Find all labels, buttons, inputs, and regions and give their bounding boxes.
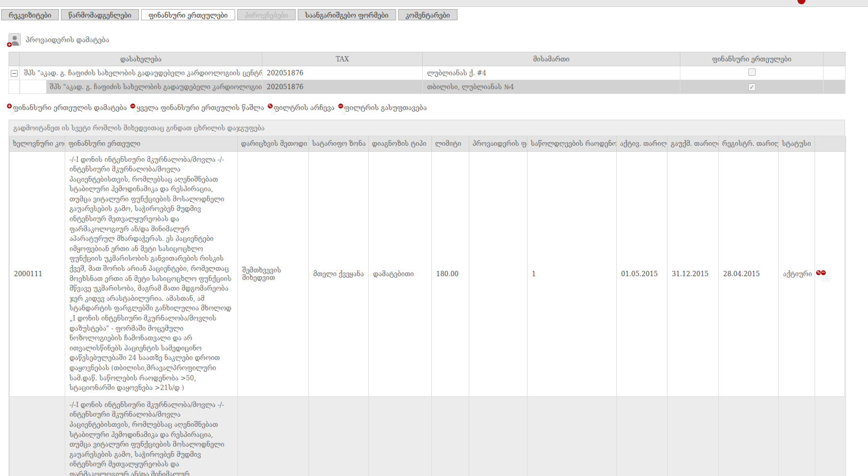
- add-financial-unit-button[interactable]: ფინანსური ერთეულის დამატება: [9, 104, 127, 112]
- tab-bar: რეკვიზიტები წარმომადგენლები ფინანსური ერ…: [0, 7, 868, 20]
- unit-description: -/-I დონის ინტენსიური მკურნალობა/მოვლა -…: [65, 396, 238, 476]
- unit-activation-date: 01.05.2015: [617, 396, 668, 476]
- col-provider-price[interactable]: პროვაიდერის ფასი: [469, 136, 528, 151]
- expand-cell: [9, 80, 20, 94]
- provider-row[interactable]: − შპს "აკად. გ. ჩაფიძის სახელობის გადაუდ…: [9, 66, 846, 80]
- col-limit[interactable]: ლიმიტი: [432, 136, 469, 151]
- financial-units-table: ხელოვნური კოდი ფინანსური ერთეული დარიცხვ…: [9, 136, 846, 476]
- unit-code: 2000111: [10, 396, 65, 476]
- financial-units-checkbox[interactable]: [748, 68, 756, 76]
- col-address: მისამართი: [423, 52, 680, 66]
- col-status[interactable]: სტატუსი: [779, 136, 815, 151]
- col-tariff-zone[interactable]: სატარიფო ზონა: [309, 136, 369, 151]
- delete-all-financial-units-button[interactable]: ყველა ფინანსური ერთეულის წაშლა: [132, 104, 264, 112]
- col-name: დასახელება: [20, 52, 262, 66]
- provider-address: ლუბლიანას ქ. #4: [423, 66, 680, 80]
- row-spacer: [824, 80, 846, 94]
- financial-units-header-row: ხელოვნური კოდი ფინანსური ერთეული დარიცხვ…: [10, 136, 846, 151]
- unit-status: აქტიური: [779, 151, 815, 396]
- financial-units-section: გადმოიტანეთ ის სვეტი რომლის მიხედვითაც გ…: [9, 120, 845, 476]
- top-strip: [0, 0, 868, 7]
- clear-filter-button[interactable]: ფილტრის გასუფთავება: [340, 104, 427, 112]
- provider-name: შპს "აკად. გ. ჩაფიძის სახელობის გადაუდებ…: [20, 66, 262, 80]
- unit-registration-date: 28.04.2015: [719, 396, 779, 476]
- delete-all-financial-units-label: ყველა ფინანსური ერთეულის წაშლა: [136, 104, 264, 112]
- branch-address: თბილისი, ლუბლიანას №4: [423, 80, 680, 94]
- col-accrual-method[interactable]: დარიცხვის მეთოდი: [238, 136, 309, 151]
- unit-method: შემთხვევის მიხედვით: [238, 396, 309, 476]
- branch-tax: 202051876: [262, 80, 423, 94]
- col-cancel-date[interactable]: გაუქმ. თარიღი: [668, 136, 719, 151]
- tab-comments[interactable]: კომენტარები: [398, 9, 458, 20]
- col-tax: TAX: [262, 52, 423, 66]
- unit-activation-date: 01.05.2015: [617, 151, 668, 396]
- unit-diagnosis-type: მირითადი: [369, 396, 432, 476]
- choose-filter-button[interactable]: ფილტრის არჩევა: [269, 104, 335, 112]
- financial-units-checkbox[interactable]: ✓: [748, 83, 756, 91]
- unit-description: -/-I დონის ინტენსიური მკურნალობა/მოვლა -…: [65, 151, 238, 396]
- unit-zone: მთელი ქვეყანა: [309, 396, 369, 476]
- tab-financial-units[interactable]: ფინანსური ერთეულები: [141, 9, 235, 20]
- tab-report-forms[interactable]: საანგარიშგებო ფორმები: [298, 9, 396, 20]
- financial-unit-row: 2000111 -/-I დონის ინტენსიური მკურნალობა…: [10, 151, 846, 396]
- col-activation-date[interactable]: აქტივ. თარიღი: [617, 136, 668, 151]
- unit-method: შემთხვევის მიხედვით: [238, 151, 309, 396]
- unit-provider-price: [469, 151, 528, 396]
- col-artificial-code[interactable]: ხელოვნური კოდი: [10, 136, 65, 151]
- tab-representatives[interactable]: წარმომადგენლები: [61, 9, 139, 20]
- row-spacer: [824, 66, 846, 80]
- financial-units-toolbar: ფინანსური ერთეულის დამატება ყველა ფინანს…: [9, 102, 868, 113]
- unit-registration-date: 28.04.2015: [719, 151, 779, 396]
- unit-zone: მთელი ქვეყანა: [309, 151, 369, 396]
- add-provider-button[interactable]: პროვაიდერის დამატება: [9, 33, 109, 46]
- unit-limit: 180.00: [432, 151, 469, 396]
- add-provider-label: პროვაიდერის დამატება: [26, 36, 109, 44]
- col-registration-date[interactable]: რეგისტრ. თარიღი: [719, 136, 779, 151]
- expand-column-header: [9, 52, 20, 66]
- provider-branch-row[interactable]: შპს "აკად. გ. ჩაფიძის სახელობის გადაუდებ…: [9, 80, 846, 94]
- unit-bed-days: 1: [528, 151, 617, 396]
- unit-limit: 180.00: [432, 396, 469, 476]
- unit-code: 2000111: [10, 151, 65, 396]
- unit-provider-price: [469, 396, 528, 476]
- col-actions: [815, 136, 846, 151]
- choose-filter-label: ფილტრის არჩევა: [274, 104, 335, 112]
- provider-table: დასახელება TAX მისამართი ფინანსური ერთეუ…: [9, 52, 846, 94]
- col-financial-unit[interactable]: ფინანსური ერთეული: [65, 136, 238, 151]
- collapse-icon[interactable]: −: [11, 70, 18, 77]
- unit-bed-days: 1: [528, 396, 617, 476]
- financial-unit-row: 2000111 -/-I დონის ინტენსიური მკურნალობა…: [10, 396, 846, 476]
- clear-filter-label: ფილტრის გასუფთავება: [344, 104, 427, 112]
- unit-cancel-date: 31.12.2015: [668, 151, 719, 396]
- unit-status: აქტიური: [779, 396, 815, 476]
- unit-diagnosis-type: დამატებითი: [369, 151, 432, 396]
- col-financial-units: ფინანსური ერთეულები: [680, 52, 824, 66]
- col-diagnosis-type[interactable]: დიაგნოზის ტიპი: [369, 136, 432, 151]
- tab-requisites[interactable]: რეკვიზიტები: [1, 9, 59, 20]
- person-add-icon: [9, 33, 21, 46]
- group-by-hint: გადმოიტანეთ ის სვეტი რომლის მიხედვითაც გ…: [9, 120, 844, 136]
- add-financial-unit-label: ფინანსური ერთეულის დამატება: [13, 104, 127, 112]
- col-spacer: [824, 52, 846, 66]
- notification-icon[interactable]: [797, 0, 805, 4]
- col-bed-days[interactable]: საწოლდღეების რაოდენობა: [528, 136, 617, 151]
- unit-cancel-date: 31.12.2015: [668, 396, 719, 476]
- branch-name: შპს "აკად. გ. ჩაფიძის სახელობის გადაუდებ…: [20, 80, 262, 94]
- provider-tax: 202051876: [262, 66, 423, 80]
- provider-table-header-row: დასახელება TAX მისამართი ფინანსური ერთეუ…: [9, 52, 846, 66]
- tab-persons: პიროვნებები: [237, 9, 296, 20]
